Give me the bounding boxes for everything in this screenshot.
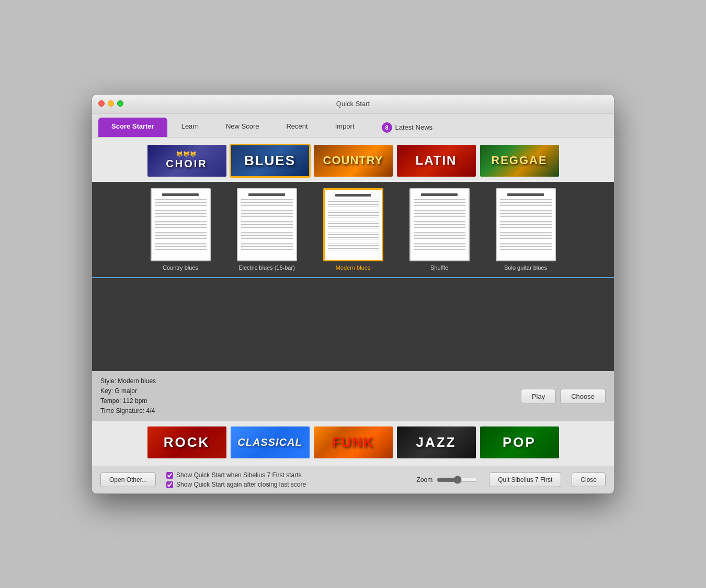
blues-label: BLUES: [244, 153, 295, 169]
close-button[interactable]: Close: [572, 472, 606, 487]
reggae-label: REGGAE: [491, 154, 547, 167]
pop-label: POP: [503, 434, 536, 451]
minimize-window-button[interactable]: [108, 100, 114, 107]
scores-grid: Country blues Electric blues (16-bar): [98, 188, 608, 271]
score-modern-blues[interactable]: Modern blues: [313, 188, 394, 271]
play-button[interactable]: Play: [521, 389, 556, 404]
top-genre-row: 😸😸😸 CHOIR BLUES COUNTRY LATIN: [92, 137, 614, 182]
classical-label: Classical: [237, 436, 302, 448]
reggae-bg: REGGAE: [480, 145, 559, 177]
genre-choir[interactable]: 😸😸😸 CHOIR: [146, 144, 227, 178]
close-window-button[interactable]: [98, 100, 105, 107]
score-label-solo-guitar-blues: Solo guitar blues: [504, 264, 547, 271]
pop-bg: POP: [480, 426, 559, 458]
score-shuffle[interactable]: Shuffle: [399, 188, 480, 271]
genre-latin[interactable]: LATIN: [396, 144, 477, 178]
checkbox-show-on-start-text: Show Quick Start when Sibelius 7 First s…: [176, 471, 301, 479]
genre-country[interactable]: COUNTRY: [313, 144, 394, 178]
checkbox-show-on-close-label[interactable]: Show Quick Start again after closing las…: [166, 481, 406, 488]
zoom-slider[interactable]: [437, 476, 479, 484]
genre-reggae[interactable]: REGGAE: [479, 144, 560, 178]
preview-area: [92, 277, 614, 371]
funk-label: FUNK: [332, 434, 374, 451]
score-sheet-shuffle: [409, 188, 470, 261]
quit-button[interactable]: Quit Sibelius 7 First: [489, 472, 561, 487]
score-label-country-blues: Country blues: [163, 264, 198, 271]
tab-learn[interactable]: Learn: [168, 118, 212, 137]
score-tempo: Tempo: 112 bpm: [100, 396, 156, 406]
score-key: Key: G major: [100, 386, 156, 396]
info-bar: Style: Modern blues Key: G major Tempo: …: [92, 371, 614, 422]
bottom-toolbar: Open Other... Show Quick Start when Sibe…: [92, 466, 614, 493]
zoom-area: Zoom: [417, 476, 479, 484]
score-sheet-solo-guitar-blues: [496, 188, 556, 261]
score-sheet-modern-blues: [323, 188, 383, 261]
tab-recent[interactable]: Recent: [273, 118, 321, 137]
tab-score-starter[interactable]: Score Starter: [98, 118, 167, 137]
choir-bg: 😸😸😸 CHOIR: [147, 145, 226, 177]
checkbox-show-on-start-label[interactable]: Show Quick Start when Sibelius 7 First s…: [166, 471, 406, 479]
score-style: Style: Modern blues: [100, 376, 156, 386]
main-window: Quick Start Score Starter Learn New Scor…: [92, 94, 614, 494]
zoom-label: Zoom: [417, 476, 433, 483]
open-other-button[interactable]: Open Other...: [100, 472, 156, 487]
checkboxes: Show Quick Start when Sibelius 7 First s…: [166, 471, 406, 488]
checkbox-show-on-close[interactable]: [166, 481, 173, 488]
tab-import[interactable]: Import: [322, 118, 368, 137]
latin-label: LATIN: [416, 153, 457, 168]
choose-button[interactable]: Choose: [560, 389, 606, 404]
tab-bar: Score Starter Learn New Score Recent Imp…: [92, 113, 614, 137]
country-bg: COUNTRY: [314, 145, 393, 177]
traffic-lights: [98, 100, 123, 107]
choir-label: CHOIR: [166, 158, 207, 170]
jazz-bg: JAZZ: [397, 426, 476, 458]
genre-rock[interactable]: ROCK: [146, 425, 227, 459]
info-buttons: Play Choose: [521, 389, 606, 404]
tab-latest-news[interactable]: 8 Latest News: [369, 118, 446, 137]
titlebar: Quick Start: [92, 95, 614, 113]
classical-bg: Classical: [231, 426, 310, 458]
tab-new-score[interactable]: New Score: [213, 118, 272, 137]
score-country-blues[interactable]: Country blues: [140, 188, 221, 271]
score-time-signature: Time Signature: 4/4: [100, 406, 156, 416]
genre-jazz[interactable]: JAZZ: [396, 425, 477, 459]
latest-news-label: Latest News: [395, 123, 433, 131]
rock-label: ROCK: [164, 434, 210, 451]
jazz-label: JAZZ: [416, 434, 457, 451]
window-title: Quick Start: [336, 100, 370, 108]
score-info: Style: Modern blues Key: G major Tempo: …: [100, 376, 156, 417]
blues-bg: BLUES: [231, 145, 309, 176]
score-label-electric-blues: Electric blues (16-bar): [238, 264, 295, 271]
bottom-genre-row: ROCK Classical FUNK JAZZ POP: [92, 421, 614, 466]
maximize-window-button[interactable]: [117, 100, 123, 107]
country-label: COUNTRY: [323, 154, 383, 167]
score-label-shuffle: Shuffle: [430, 264, 448, 271]
genre-funk[interactable]: FUNK: [313, 425, 394, 459]
funk-bg: FUNK: [314, 426, 393, 458]
score-electric-blues[interactable]: Electric blues (16-bar): [226, 188, 308, 271]
news-badge: 8: [382, 122, 392, 133]
score-sheet-country-blues: [151, 188, 211, 261]
latin-bg: LATIN: [397, 145, 476, 177]
score-label-modern-blues: Modern blues: [336, 264, 371, 271]
genre-classical[interactable]: Classical: [230, 425, 311, 459]
rock-bg: ROCK: [147, 426, 226, 458]
genre-blues[interactable]: BLUES: [230, 144, 311, 178]
score-solo-guitar-blues[interactable]: Solo guitar blues: [485, 188, 566, 271]
genre-pop[interactable]: POP: [479, 425, 560, 459]
scores-area: Country blues Electric blues (16-bar): [92, 182, 614, 277]
score-sheet-electric-blues: [237, 188, 297, 261]
checkbox-show-on-close-text: Show Quick Start again after closing las…: [176, 481, 306, 488]
checkbox-show-on-start[interactable]: [166, 472, 173, 479]
